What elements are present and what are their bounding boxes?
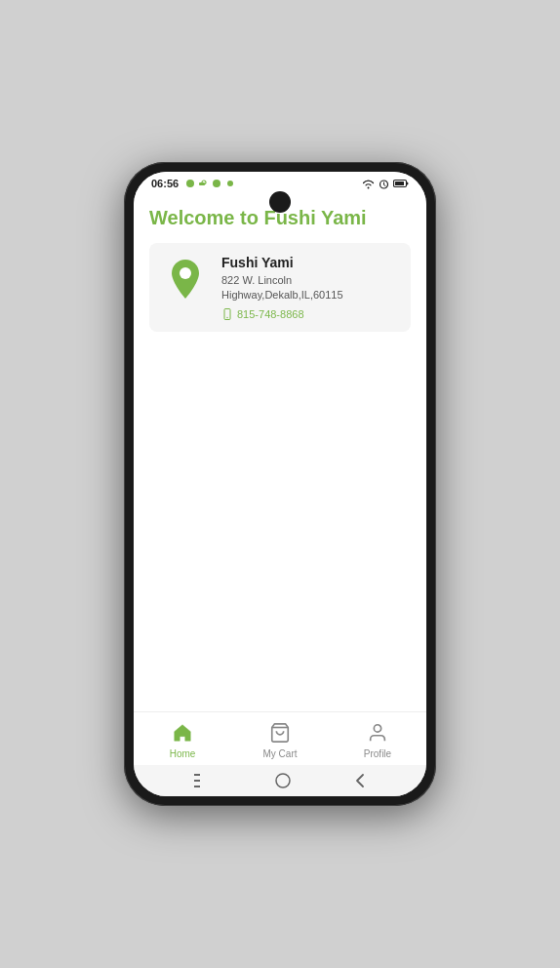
battery-icon [393, 179, 409, 188]
dot-indicator [227, 181, 233, 186]
profile-nav-label: Profile [364, 748, 391, 759]
nav-item-cart[interactable]: My Cart [231, 720, 329, 759]
phone-number: 815-748-8868 [237, 308, 304, 320]
android-menu-button[interactable] [194, 774, 212, 787]
home-nav-label: Home [170, 748, 196, 759]
phone-screen: 06:56 [134, 172, 426, 796]
location-card[interactable]: Fushi Yami 822 W. Lincoln Highway,Dekalb… [149, 243, 411, 332]
bottom-nav: Home My Cart [134, 711, 426, 765]
status-left: 06:56 [151, 178, 233, 189]
wifi-icon [362, 179, 375, 189]
location-pin-icon [168, 258, 203, 301]
main-content: Welcome to Fushi Yami Fushi Yami 822 W. … [134, 191, 426, 711]
location-details: Fushi Yami 822 W. Lincoln Highway,Dekalb… [221, 255, 399, 320]
alarm-icon [379, 179, 389, 189]
home-icon [170, 720, 195, 746]
phone-frame: 06:56 [124, 162, 436, 806]
svg-rect-12 [194, 774, 200, 776]
android-status-icon [185, 179, 195, 188]
status-right [362, 179, 409, 189]
android-back-button[interactable] [354, 773, 366, 788]
android-status-icon2 [212, 179, 221, 188]
key-status-icon [198, 179, 208, 188]
cart-nav-label: My Cart [263, 748, 298, 759]
profile-icon [365, 720, 390, 746]
cart-icon [267, 720, 293, 746]
nav-item-home[interactable]: Home [134, 720, 231, 759]
svg-point-3 [213, 180, 220, 187]
welcome-text-static: Welcome to [149, 207, 263, 228]
svg-rect-13 [194, 780, 200, 782]
restaurant-phone[interactable]: 815-748-8868 [221, 308, 399, 320]
camera-notch [269, 191, 291, 213]
svg-rect-6 [395, 182, 404, 185]
svg-point-7 [180, 267, 191, 279]
status-time: 06:56 [151, 178, 179, 189]
restaurant-address: 822 W. Lincoln Highway,Dekalb,IL,60115 [221, 273, 399, 303]
android-home-button[interactable] [275, 773, 291, 788]
android-nav-bar [134, 765, 426, 796]
phone-icon [221, 308, 233, 320]
status-bar: 06:56 [134, 172, 426, 191]
restaurant-name: Fushi Yami [221, 255, 399, 270]
svg-point-9 [226, 317, 227, 318]
svg-rect-15 [276, 774, 290, 787]
nav-item-profile[interactable]: Profile [329, 720, 426, 759]
svg-point-0 [186, 180, 194, 187]
location-icon-wrap [161, 255, 210, 303]
svg-point-11 [374, 725, 380, 732]
svg-rect-14 [194, 786, 200, 787]
